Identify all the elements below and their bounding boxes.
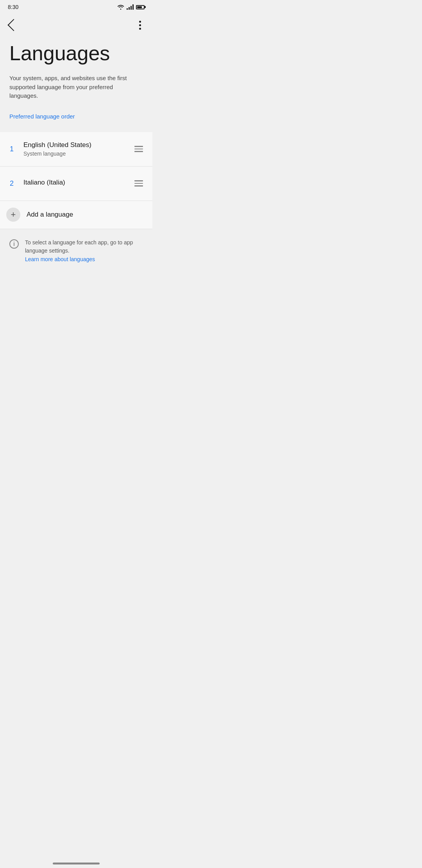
preferred-order-label: Preferred language order [9,113,143,120]
language-info-1: English (United States) System language [23,141,125,157]
learn-more-link[interactable]: Learn more about languages [25,256,95,262]
language-item-2[interactable]: 2 Italiano (Italia) [0,167,152,201]
language-name-1: English (United States) [23,141,125,149]
status-time: 8:30 [8,4,18,10]
language-number-1: 1 [6,145,17,153]
drag-handle-2[interactable] [131,177,146,190]
drag-handle-1[interactable] [131,143,146,155]
language-info-2: Italiano (Italia) [23,179,125,188]
info-text: To select a language for each app, go to… [25,239,143,264]
wifi-icon [117,4,124,10]
add-language-label: Add a language [27,211,73,219]
language-subtitle-1: System language [23,151,125,157]
more-options-button[interactable] [132,17,148,33]
language-number-2: 2 [6,179,17,188]
page-header: Languages Your system, apps, and website… [0,36,152,132]
back-arrow-icon [7,19,20,31]
battery-icon [136,5,145,9]
add-language-item[interactable]: + Add a language [0,201,152,229]
language-list: 1 English (United States) System languag… [0,132,152,229]
page-title: Languages [9,42,143,65]
add-language-icon: + [6,208,20,222]
more-options-icon [139,21,141,30]
language-name-2: Italiano (Italia) [23,179,125,187]
signal-icon [127,4,134,10]
language-item-1[interactable]: 1 English (United States) System languag… [0,132,152,167]
info-icon: i [9,239,19,249]
toolbar [0,14,152,36]
info-section: i To select a language for each app, go … [0,229,152,273]
back-button[interactable] [5,17,20,33]
info-body: To select a language for each app, go to… [25,239,133,254]
status-icons [117,4,145,10]
status-bar: 8:30 [0,0,152,14]
page-description: Your system, apps, and websites use the … [9,74,143,100]
